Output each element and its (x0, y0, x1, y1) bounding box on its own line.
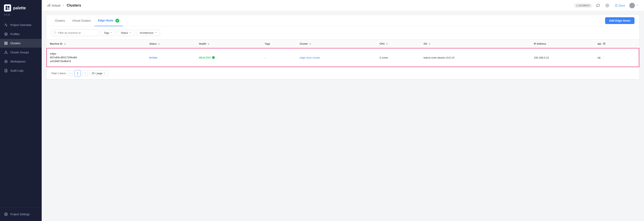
sidebar-item-project-overview[interactable]: Project Overview (0, 21, 42, 29)
sidebar: palette 4.4.19 Project Overview Profiles (0, 0, 42, 221)
svg-point-18 (6, 214, 6, 215)
workspace-icon (4, 59, 8, 63)
search-input-wrap[interactable] (51, 29, 99, 36)
search-input[interactable] (58, 31, 96, 34)
tags-filter-label: Tags (104, 31, 109, 34)
health-value: HEALTHY (199, 56, 258, 59)
add-edge-hosts-button[interactable]: Add Edge Hosts (605, 17, 634, 24)
col-cluster[interactable]: Cluster ⇅ (296, 39, 376, 48)
user-avatar (629, 3, 635, 8)
svg-line-26 (56, 33, 56, 33)
file-icon (4, 69, 8, 73)
machine-id-value: edge-05fe89cd6517204ab6a41996f2bd847d (50, 52, 143, 63)
svg-point-10 (4, 53, 5, 54)
architecture-filter-dropdown[interactable]: Architecture (136, 30, 160, 36)
topbar-dropdown-icon (636, 4, 638, 7)
cell-ma: 08 ⋮ (594, 48, 639, 67)
sidebar-label-cluster-groups: Cluster Groups (10, 51, 29, 54)
health-text: HEALTHY (199, 56, 211, 59)
tags-value: - (265, 56, 266, 59)
main-content: Default Clusters 1.14/100kCh (42, 0, 644, 221)
sidebar-item-workspaces[interactable]: Workspaces (0, 57, 42, 66)
col-tags[interactable]: Tags (262, 39, 296, 48)
topbar: Default Clusters 1.14/100kCh (42, 0, 644, 11)
health-dot-icon (212, 56, 215, 59)
svg-rect-5 (4, 42, 6, 43)
architecture-filter-label: Architecture (140, 31, 153, 34)
col-health[interactable]: Health ⇅ (196, 39, 262, 48)
sidebar-item-profiles[interactable]: Profiles (0, 30, 42, 38)
docs-label: Docs (618, 4, 625, 7)
sidebar-item-audit-logs[interactable]: Audit Logs (0, 66, 42, 75)
docs-button[interactable]: Docs (613, 3, 626, 8)
grid-icon (4, 41, 8, 45)
svg-rect-20 (49, 4, 49, 6)
tab-virtual-clusters[interactable]: Virtual Clusters (68, 15, 94, 26)
edge-hosts-table: Machine ID ⇅ Status ⇅ Health ⇅ (46, 39, 639, 67)
svg-point-11 (7, 53, 7, 54)
col-cpu[interactable]: CPU ⇅ (376, 39, 420, 48)
col-os[interactable]: OS ⇅ (420, 39, 531, 48)
sidebar-nav: Project Overview Profiles Clusters (0, 19, 42, 207)
logo-area: palette (0, 0, 42, 13)
pagination-bar: Total 1 items 1 25 / page (46, 67, 639, 79)
sort-machine-id-icon: ⇅ (64, 43, 66, 45)
current-page-number[interactable]: 1 (74, 70, 81, 76)
sidebar-label-project-overview: Project Overview (10, 23, 31, 26)
layers-icon (4, 32, 8, 36)
svg-line-12 (5, 52, 6, 53)
col-ip-address[interactable]: IP Address (531, 39, 594, 48)
user-avatar-group (629, 3, 638, 8)
edge-hosts-badge: 1 (115, 19, 119, 23)
sort-health-icon: ⇅ (208, 43, 209, 45)
architecture-dropdown-icon (155, 31, 157, 34)
version-label: 4.4.19 (0, 13, 42, 19)
status-dropdown-icon (129, 31, 132, 34)
chat-icon-button[interactable] (595, 2, 601, 9)
cell-machine-id: edge-05fe89cd6517204ab6a41996f2bd847d (47, 48, 146, 67)
sidebar-label-clusters: Clusters (10, 42, 20, 45)
per-page-label: 25 / page (92, 72, 102, 75)
per-page-dropdown[interactable]: 25 / page (90, 71, 108, 76)
gear-icon (4, 212, 8, 216)
status-filter-dropdown[interactable]: Status (118, 30, 134, 36)
svg-rect-1 (8, 6, 10, 8)
col-status[interactable]: Status ⇅ (146, 39, 196, 48)
col-machine-id[interactable]: Machine ID ⇅ (47, 39, 146, 48)
cell-health: HEALTHY (196, 48, 262, 67)
tab-clusters[interactable]: Clusters (51, 15, 68, 26)
breadcrumb: Default Clusters (47, 3, 81, 7)
breadcrumb-default: Default (47, 3, 65, 7)
sidebar-label-profiles: Profiles (10, 32, 20, 36)
sidebar-label-audit-logs: Audit Logs (10, 69, 24, 72)
tabs-bar: Clusters Virtual Clusters Edge Hosts 1 A… (46, 15, 639, 26)
sidebar-item-clusters[interactable]: Clusters (0, 39, 42, 48)
topbar-actions: 1.14/100kCh Docs (574, 2, 638, 9)
svg-rect-0 (6, 6, 7, 8)
status-value: In-Use (149, 56, 157, 59)
kch-badge: 1.14/100kCh (574, 3, 592, 8)
next-page-button[interactable] (82, 70, 88, 76)
col-ma[interactable]: MA ⚙ (594, 39, 639, 48)
sidebar-item-project-settings[interactable]: Project Settings (0, 210, 42, 219)
sidebar-item-cluster-groups[interactable]: Cluster Groups (0, 48, 42, 57)
svg-rect-6 (6, 42, 7, 43)
prev-page-button[interactable] (67, 70, 73, 76)
tab-clusters-label: Clusters (55, 19, 65, 22)
svg-rect-8 (4, 44, 6, 45)
sort-os-icon: ⇅ (428, 43, 430, 45)
total-items-label: Total 1 items (51, 72, 66, 75)
logo-icon (4, 4, 11, 11)
tab-edge-hosts[interactable]: Edge Hosts 1 (94, 15, 123, 26)
svg-rect-21 (48, 5, 48, 6)
breadcrumb-default-label: Default (52, 4, 60, 7)
table-settings-icon[interactable]: ⚙ (602, 41, 606, 46)
tags-filter-dropdown[interactable]: Tags (101, 30, 116, 36)
bookmark-icon-button[interactable] (604, 2, 610, 9)
row-actions-icon[interactable]: ⋮ (601, 55, 605, 59)
svg-rect-3 (8, 8, 10, 10)
nodes-icon (4, 50, 8, 54)
svg-point-9 (6, 51, 6, 52)
cluster-link[interactable]: edge-vbox-cluster (300, 56, 320, 59)
ip-value: 192.168.0.12 (534, 56, 549, 59)
